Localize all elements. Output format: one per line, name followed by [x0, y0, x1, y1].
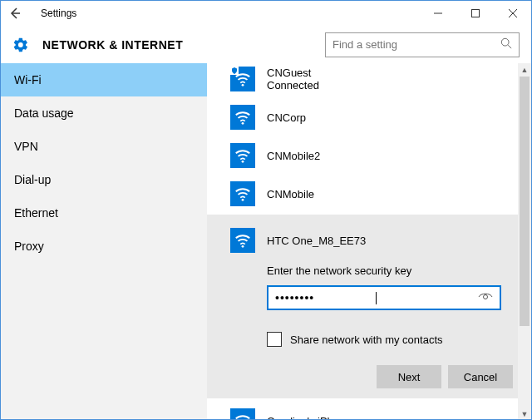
password-field[interactable]: •••••••• [267, 285, 501, 310]
cancel-button[interactable]: Cancel [448, 365, 513, 388]
wifi-ssid-text: CNMobile2 [267, 150, 320, 162]
wifi-signal-icon [230, 228, 255, 253]
sidebar-item-label: Proxy [14, 240, 44, 253]
wifi-signal-icon [230, 143, 255, 168]
app-title: Settings [41, 7, 76, 19]
wifi-signal-icon [230, 408, 255, 420]
scrollbar-thumb[interactable] [520, 77, 530, 326]
svg-point-6 [242, 84, 244, 86]
share-checkbox-row: Share network with my contacts [267, 332, 513, 347]
svg-line-5 [508, 45, 511, 48]
wifi-network-item-selected[interactable]: HTC One_M8_EE73 [230, 223, 513, 258]
svg-point-10 [242, 245, 244, 248]
sidebar: Wi-Fi Data usage VPN Dial-up Ethernet Pr… [1, 63, 207, 420]
search-input[interactable] [332, 38, 500, 51]
svg-point-11 [484, 295, 488, 299]
sidebar-item-proxy[interactable]: Proxy [1, 230, 207, 263]
header: NETWORK & INTERNET [1, 26, 531, 63]
wifi-network-item[interactable]: CNMobile [230, 176, 523, 211]
titlebar: Settings [1, 1, 531, 26]
search-box[interactable] [325, 32, 520, 57]
search-icon [500, 37, 512, 52]
section-title: NETWORK & INTERNET [42, 38, 183, 52]
svg-point-9 [242, 199, 244, 201]
sidebar-item-label: Dial-up [14, 173, 51, 186]
sidebar-item-data-usage[interactable]: Data usage [1, 96, 207, 130]
sidebar-item-label: Wi-Fi [14, 73, 42, 86]
settings-gear-icon [12, 37, 29, 53]
maximize-icon [471, 9, 480, 17]
wifi-ssid-text: CNCorp [267, 111, 306, 124]
scroll-up-arrow-icon[interactable]: ▲ [518, 63, 531, 77]
wifi-ssid-text: Caroline's iPhone [267, 415, 352, 421]
minimize-button[interactable] [419, 1, 456, 26]
sidebar-item-wifi[interactable]: Wi-Fi [1, 63, 207, 96]
wifi-ssid-text: CNGuest [267, 67, 319, 79]
password-input[interactable]: •••••••• [275, 291, 377, 304]
window-controls [419, 1, 531, 26]
next-button[interactable]: Next [377, 365, 441, 388]
close-icon [509, 9, 517, 17]
sidebar-item-dialup[interactable]: Dial-up [1, 163, 207, 196]
wifi-ssid-text: HTC One_M8_EE73 [267, 235, 366, 247]
wifi-ssid: CNGuest Connected [267, 67, 319, 91]
wifi-ssid-text: CNMobile [267, 188, 314, 200]
close-button[interactable] [494, 1, 531, 26]
wifi-signal-icon [230, 67, 255, 91]
sidebar-item-label: Data usage [14, 106, 74, 120]
back-arrow-icon [8, 7, 22, 20]
wifi-status-text: Connected [267, 79, 319, 91]
password-prompt: Enter the network security key [267, 264, 513, 277]
wifi-network-item[interactable]: CNMobile2 [230, 138, 523, 173]
sidebar-item-label: VPN [14, 140, 38, 153]
svg-rect-1 [471, 10, 479, 17]
sidebar-item-label: Ethernet [14, 206, 58, 220]
maximize-button[interactable] [456, 1, 494, 26]
secured-shield-icon [230, 67, 239, 75]
scrollbar[interactable]: ▲ ▼ [518, 63, 531, 420]
wifi-network-item[interactable]: Caroline's iPhone [230, 403, 523, 420]
wifi-network-item[interactable]: CNGuest Connected [230, 63, 523, 96]
reveal-password-icon[interactable] [478, 291, 493, 304]
main-panel: CNGuest Connected CNCorp CNMobile2 [207, 63, 531, 420]
svg-point-4 [501, 38, 509, 46]
share-checkbox[interactable] [267, 332, 282, 347]
sidebar-item-ethernet[interactable]: Ethernet [1, 196, 207, 230]
svg-point-8 [242, 161, 244, 163]
sidebar-item-vpn[interactable]: VPN [1, 130, 207, 163]
wifi-signal-icon [230, 181, 255, 206]
text-cursor [376, 292, 377, 304]
svg-point-7 [242, 122, 244, 125]
wifi-network-item[interactable]: CNCorp [230, 100, 523, 135]
share-checkbox-label: Share network with my contacts [290, 334, 443, 346]
scroll-down-arrow-icon[interactable]: ▼ [518, 408, 531, 420]
connect-panel: HTC One_M8_EE73 Enter the network securi… [207, 215, 523, 398]
back-button[interactable] [1, 1, 29, 26]
wifi-signal-icon [230, 105, 255, 130]
minimize-icon [434, 9, 442, 17]
